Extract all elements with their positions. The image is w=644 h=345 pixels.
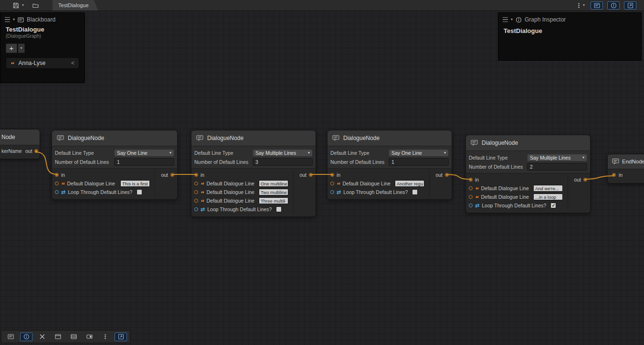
number-of-lines-field[interactable]: 1 <box>389 158 449 166</box>
loop-checkbox[interactable] <box>137 189 142 195</box>
collapse-caret-icon[interactable]: ▾ <box>13 18 15 22</box>
string-port[interactable] <box>330 182 334 185</box>
string-port[interactable] <box>194 199 198 203</box>
hamburger-icon[interactable] <box>503 17 508 22</box>
input-port-row: “Default Dialogue Line 2...in a loop <box>466 193 568 201</box>
out-port[interactable] <box>34 149 38 153</box>
dialogue-line-field[interactable]: Two multiline <box>259 189 288 195</box>
line-type-dropdown[interactable]: Say Multiple Lines▾ <box>527 154 587 162</box>
property-row: Default Line TypeSay Multiple Lines▾ <box>469 153 587 162</box>
loop-checkbox[interactable] <box>412 189 418 195</box>
in-port[interactable] <box>55 173 59 177</box>
dialogue-line-field[interactable]: One multiline <box>259 180 288 187</box>
dialogue-node[interactable]: DialogueNodeDefault Line TypeSay One Lin… <box>327 130 452 200</box>
in-port[interactable] <box>194 173 198 177</box>
open-folder-button[interactable] <box>31 1 40 10</box>
line-type-dropdown[interactable]: Say One Line▾ <box>114 149 174 157</box>
dialogue-line-field[interactable]: Another regu <box>395 180 424 187</box>
graph-inspector-button[interactable] <box>20 333 32 341</box>
bool-port[interactable] <box>330 190 334 194</box>
toggle-view-button[interactable] <box>83 333 95 341</box>
node-ports: in“Default Dialogue LineThis is a first⇄… <box>52 169 177 199</box>
node-properties: Default Line TypeSay One Line▾Number of … <box>327 146 452 169</box>
port-label: in <box>201 172 204 178</box>
node-title-bar[interactable]: DialogueNode <box>191 130 316 146</box>
output-port-row: kerName out <box>0 145 40 157</box>
more-button[interactable] <box>99 333 111 341</box>
add-property-options-button[interactable]: ▾ <box>18 43 25 53</box>
node-title-bar[interactable]: EndNode <box>608 154 644 169</box>
out-port[interactable] <box>583 178 587 182</box>
dialogue-node[interactable]: DialogueNodeDefault Line TypeSay One Lin… <box>52 130 178 200</box>
line-type-dropdown[interactable]: Say One Line▾ <box>389 149 449 157</box>
string-port[interactable] <box>55 182 59 185</box>
window-button[interactable] <box>52 333 64 341</box>
node-title-bar[interactable]: DialogueNode <box>52 130 177 146</box>
collapse-caret-icon[interactable]: ▾ <box>511 18 513 22</box>
blackboard-field[interactable]: “ Anna-Lyse < <box>6 57 79 69</box>
port-label: in <box>61 172 65 178</box>
property-row: Number of Default Lines1 <box>330 157 449 166</box>
property-row: Default Line TypeSay One Line▾ <box>330 148 449 157</box>
property-label: Number of Default Lines <box>469 164 527 170</box>
string-port[interactable] <box>194 182 198 185</box>
node-title-label: DialogueNode <box>482 140 518 146</box>
graph-inspector-toggle-button[interactable] <box>607 1 620 10</box>
string-port[interactable] <box>469 195 473 199</box>
graph-tab[interactable]: TestDialogue <box>53 0 98 11</box>
inspector-icon <box>516 17 522 23</box>
hamburger-icon[interactable] <box>5 17 10 22</box>
blackboard-toggle-button[interactable] <box>591 1 603 10</box>
loop-checkbox[interactable] <box>276 206 282 212</box>
dialogue-line-field[interactable]: Three multili <box>259 197 288 204</box>
save-button[interactable] <box>11 1 21 10</box>
blackboard-header[interactable]: ▾ Blackboard <box>0 13 84 24</box>
string-port[interactable] <box>469 186 473 190</box>
loop-checkbox[interactable]: ✓ <box>550 203 556 208</box>
dialogue-line-field[interactable]: ...in a loop <box>533 194 563 200</box>
number-value: 3 <box>255 159 258 165</box>
dialogue-line-field[interactable]: This is a first <box>120 180 150 187</box>
node-title-bar[interactable]: DialogueNode <box>327 130 452 146</box>
out-port[interactable] <box>445 173 449 177</box>
in-port[interactable] <box>612 173 616 177</box>
in-port[interactable] <box>469 178 473 182</box>
node-title-bar[interactable]: DialogueNode <box>466 135 590 151</box>
kebab-menu-button[interactable]: ▾ <box>574 1 586 10</box>
number-of-lines-field[interactable]: 1 <box>114 158 174 166</box>
save-options-button[interactable]: ▾ <box>21 1 25 10</box>
number-of-lines-field[interactable]: 2 <box>527 163 587 171</box>
blackboard-button[interactable] <box>4 333 17 341</box>
out-port-label: out <box>161 172 168 178</box>
tools-button[interactable] <box>36 333 48 341</box>
dialogue-node[interactable]: DialogueNodeDefault Line TypeSay Multipl… <box>191 130 316 217</box>
bottom-toolbar <box>1 330 130 343</box>
string-port[interactable] <box>194 190 198 194</box>
fullscreen-toggle-button[interactable] <box>624 1 636 10</box>
property-label: Default Line Type <box>194 150 253 156</box>
graph-inspector-panel: ▾ Graph Inspector TestDialogue <box>498 12 642 61</box>
graph-inspector-header[interactable]: ▾ Graph Inspector <box>498 13 641 24</box>
add-property-button[interactable]: + <box>6 43 17 53</box>
node-title-bar[interactable]: Node <box>0 129 40 145</box>
in-port[interactable] <box>330 173 334 177</box>
bool-port[interactable] <box>194 207 198 211</box>
quote-icon: “ <box>11 63 14 66</box>
chevron-left-icon[interactable]: < <box>71 60 74 66</box>
end-node[interactable]: EndNode in <box>607 154 644 183</box>
loop-icon: ⇄ <box>61 190 65 195</box>
number-of-lines-field[interactable]: 3 <box>253 158 313 166</box>
line-type-dropdown[interactable]: Say Multiple Lines▾ <box>253 149 313 157</box>
speaker-node-partial[interactable]: Node kerName out <box>0 129 40 159</box>
dialogue-line-value: ...in a loop <box>535 194 556 200</box>
out-port[interactable] <box>309 173 313 177</box>
dialogue-line-field[interactable]: And we're... <box>533 185 563 192</box>
bool-port[interactable] <box>469 204 473 207</box>
out-port-label: out <box>574 177 581 183</box>
bool-port[interactable] <box>55 190 59 194</box>
number-value: 1 <box>117 159 120 165</box>
out-port[interactable] <box>170 173 174 177</box>
dialogue-node[interactable]: DialogueNodeDefault Line TypeSay Multipl… <box>465 135 591 213</box>
board-button[interactable] <box>67 333 80 341</box>
fullscreen-button[interactable] <box>115 333 127 341</box>
